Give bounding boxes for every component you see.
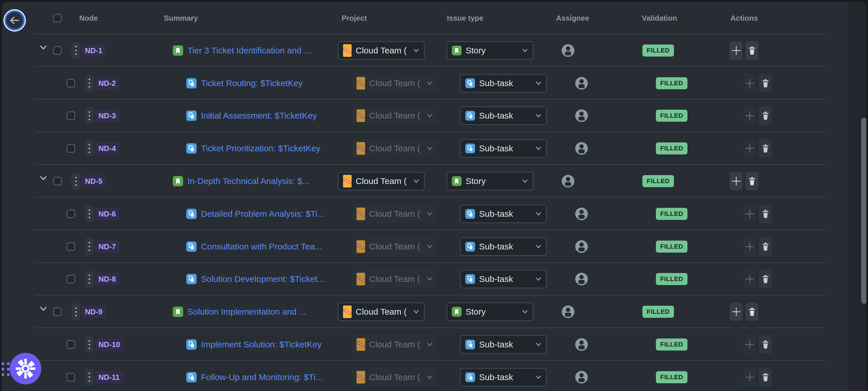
issue-type-dropdown[interactable]: Sub-task <box>460 237 547 256</box>
drag-handle[interactable] <box>85 75 94 92</box>
add-row-button[interactable] <box>743 270 756 288</box>
row-checkbox[interactable] <box>67 275 75 283</box>
summary-link[interactable]: In-Depth Technical Analysis: $... <box>187 176 309 186</box>
row-checkbox[interactable] <box>67 79 75 88</box>
drag-handle[interactable] <box>85 271 94 288</box>
delete-row-button[interactable] <box>759 335 772 354</box>
validation-badge: FILLED <box>642 306 674 318</box>
back-button[interactable] <box>5 10 25 30</box>
project-dropdown[interactable]: Cloud Team ( <box>351 107 438 125</box>
chevron-down-icon <box>535 375 541 379</box>
collapse-chevron-icon[interactable] <box>39 45 48 51</box>
issue-type-dropdown[interactable]: Sub-task <box>460 139 547 158</box>
row-checkbox[interactable] <box>67 373 75 382</box>
summary-link[interactable]: Ticket Routing: $TicketKey <box>201 79 303 88</box>
drag-handle[interactable] <box>71 173 80 189</box>
issue-type-dropdown[interactable]: Sub-task <box>460 368 547 386</box>
subtask-icon <box>465 111 475 121</box>
add-row-button[interactable] <box>743 368 756 386</box>
summary-link[interactable]: Initial Assessment: $TicketKey <box>201 111 317 121</box>
summary-link[interactable]: Ticket Prioritization: $TicketKey <box>201 144 320 153</box>
assignee-avatar[interactable] <box>562 305 575 318</box>
delete-row-button[interactable] <box>745 303 758 321</box>
collapse-chevron-icon[interactable] <box>39 176 48 182</box>
row-checkbox[interactable] <box>67 242 75 251</box>
row-checkbox[interactable] <box>53 307 62 316</box>
drag-handle[interactable] <box>85 206 94 222</box>
issue-type-dropdown[interactable]: Sub-task <box>460 74 547 92</box>
delete-row-button[interactable] <box>759 74 772 92</box>
issue-type-dropdown[interactable]: Sub-task <box>460 205 547 223</box>
row-checkbox[interactable] <box>67 111 75 120</box>
assignee-avatar[interactable] <box>575 77 588 90</box>
row-checkbox[interactable] <box>67 210 75 218</box>
project-dropdown[interactable]: Cloud Team ( <box>351 139 438 158</box>
fab-drag-handle[interactable] <box>1 362 10 376</box>
drag-handle[interactable] <box>85 336 94 353</box>
project-dropdown[interactable]: Cloud Team ( <box>338 172 425 190</box>
issue-type-dropdown[interactable]: Sub-task <box>460 270 547 288</box>
issue-type-dropdown[interactable]: Sub-task <box>460 107 547 125</box>
summary-link[interactable]: Follow-Up and Monitoring: $Ti... <box>201 372 322 382</box>
assignee-avatar[interactable] <box>575 338 588 351</box>
issue-type-dropdown[interactable]: Sub-task <box>460 335 547 354</box>
drag-handle[interactable] <box>85 108 94 124</box>
add-row-button[interactable] <box>743 139 756 158</box>
add-row-button[interactable] <box>730 303 743 321</box>
row-checkbox[interactable] <box>53 46 62 55</box>
row-checkbox[interactable] <box>67 340 75 349</box>
assignee-avatar[interactable] <box>575 273 588 285</box>
assignee-avatar[interactable] <box>562 175 575 187</box>
delete-row-button[interactable] <box>759 270 772 288</box>
delete-row-button[interactable] <box>745 172 758 190</box>
summary-link[interactable]: Implement Solution: $TicketKey <box>201 340 322 350</box>
delete-row-button[interactable] <box>759 237 772 256</box>
assignee-avatar[interactable] <box>575 240 588 253</box>
add-row-button[interactable] <box>743 205 756 223</box>
drag-handle[interactable] <box>85 369 94 386</box>
summary-link[interactable]: Solution Development: $Ticket... <box>201 274 324 284</box>
project-dropdown[interactable]: Cloud Team ( <box>351 335 438 354</box>
row-checkbox[interactable] <box>53 177 62 185</box>
delete-row-button[interactable] <box>745 41 758 60</box>
assignee-avatar[interactable] <box>575 208 588 220</box>
add-row-button[interactable] <box>743 335 756 354</box>
delete-row-button[interactable] <box>759 205 772 223</box>
drag-handle[interactable] <box>85 238 94 255</box>
collapse-chevron-icon[interactable] <box>39 306 48 313</box>
delete-row-button[interactable] <box>759 107 772 125</box>
summary-link[interactable]: Tier 3 Ticket Identification and ... <box>187 46 311 55</box>
project-dropdown[interactable]: Cloud Team ( <box>351 74 438 92</box>
issue-type-dropdown[interactable]: Story <box>446 172 533 190</box>
add-row-button[interactable] <box>743 74 756 92</box>
add-row-button[interactable] <box>730 41 743 60</box>
assistant-fab-button[interactable] <box>10 353 41 384</box>
project-dropdown[interactable]: Cloud Team ( <box>351 205 438 223</box>
assignee-avatar[interactable] <box>575 142 588 155</box>
assignee-avatar[interactable] <box>575 109 588 122</box>
project-dropdown[interactable]: Cloud Team ( <box>351 270 438 288</box>
project-dropdown[interactable]: Cloud Team ( <box>351 368 438 386</box>
vertical-scrollbar[interactable] <box>861 118 866 304</box>
delete-row-button[interactable] <box>759 368 772 386</box>
assignee-avatar[interactable] <box>575 371 588 384</box>
summary-link[interactable]: Detailed Problem Analysis: $Ti... <box>201 209 324 219</box>
drag-handle[interactable] <box>71 42 80 59</box>
issue-type-dropdown[interactable]: Story <box>446 41 533 60</box>
validation-badge: FILLED <box>656 273 687 285</box>
project-dropdown[interactable]: Cloud Team ( <box>338 303 425 321</box>
add-row-button[interactable] <box>730 172 743 190</box>
summary-link[interactable]: Consultation with Product Tea... <box>201 242 322 251</box>
summary-link[interactable]: Solution Implementation and ... <box>187 307 306 317</box>
drag-handle[interactable] <box>71 303 80 320</box>
row-checkbox[interactable] <box>67 144 75 153</box>
delete-row-button[interactable] <box>759 139 772 158</box>
drag-handle[interactable] <box>85 140 94 157</box>
add-row-button[interactable] <box>743 107 756 125</box>
add-row-button[interactable] <box>743 237 756 256</box>
project-dropdown[interactable]: Cloud Team ( <box>351 237 438 256</box>
assignee-avatar[interactable] <box>562 44 575 57</box>
issue-type-dropdown[interactable]: Story <box>446 303 533 321</box>
project-dropdown[interactable]: Cloud Team ( <box>338 41 425 60</box>
select-all-checkbox[interactable] <box>53 14 62 22</box>
